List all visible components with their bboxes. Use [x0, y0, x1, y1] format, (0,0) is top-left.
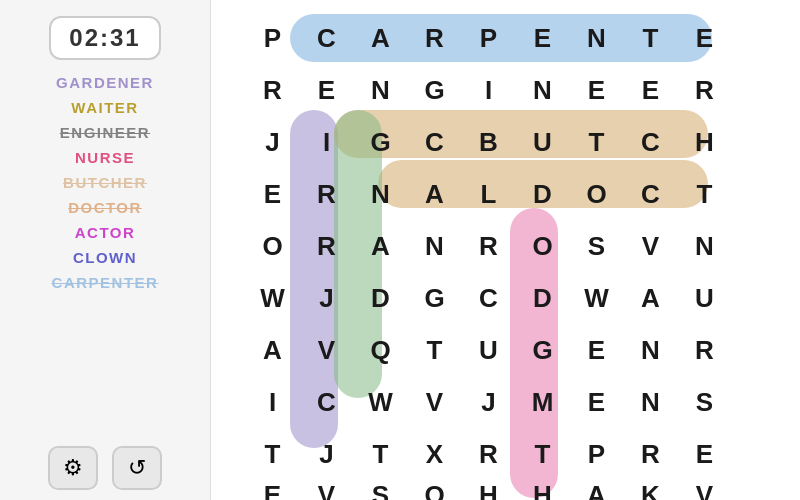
cell-7-2[interactable]: T: [246, 428, 300, 480]
cell-4-8[interactable]: G: [408, 272, 462, 324]
word-item-nurse[interactable]: NURSE: [75, 147, 135, 168]
cell-6-4[interactable]: C: [300, 376, 354, 428]
cell-5-5[interactable]: V: [300, 324, 354, 376]
cell-0-0[interactable]: P: [246, 12, 300, 64]
cell-5-6[interactable]: Q: [354, 324, 408, 376]
cell-3-4[interactable]: C: [624, 168, 678, 220]
letter-grid[interactable]: PCARPENTERENGINEERJIGCBUTCHERNALDOCTORAN…: [246, 12, 766, 488]
cell-2-2[interactable]: B: [462, 116, 516, 168]
cell-5-4[interactable]: A: [246, 324, 300, 376]
cell-8-1[interactable]: E: [246, 480, 300, 500]
cell-1-2[interactable]: G: [408, 64, 462, 116]
cell-8-8[interactable]: K: [624, 480, 678, 500]
cell-6-0[interactable]: E: [570, 324, 624, 376]
cell-4-0[interactable]: R: [462, 220, 516, 272]
cell-5-8[interactable]: U: [462, 324, 516, 376]
cell-3-6[interactable]: O: [246, 220, 300, 272]
word-item-waiter[interactable]: WAITER: [71, 97, 138, 118]
cell-0-2[interactable]: A: [354, 12, 408, 64]
cell-6-5[interactable]: W: [354, 376, 408, 428]
cell-3-7[interactable]: R: [300, 220, 354, 272]
cell-7-0[interactable]: N: [624, 376, 678, 428]
cell-0-6[interactable]: N: [570, 12, 624, 64]
cell-7-1[interactable]: S: [678, 376, 732, 428]
cell-6-8[interactable]: M: [516, 376, 570, 428]
cell-8-3[interactable]: S: [354, 480, 408, 500]
cell-3-2[interactable]: D: [516, 168, 570, 220]
word-item-engineer[interactable]: ENGINEER: [60, 122, 150, 143]
cell-6-1[interactable]: N: [624, 324, 678, 376]
word-item-butcher[interactable]: BUTCHER: [63, 172, 147, 193]
cell-1-0[interactable]: E: [300, 64, 354, 116]
word-item-doctor[interactable]: DOCTOR: [68, 197, 142, 218]
cell-7-3[interactable]: J: [300, 428, 354, 480]
cell-8-2[interactable]: V: [300, 480, 354, 500]
cell-3-1[interactable]: L: [462, 168, 516, 220]
word-item-gardener[interactable]: GARDENER: [56, 72, 154, 93]
cell-1-4[interactable]: N: [516, 64, 570, 116]
cell-2-4[interactable]: T: [570, 116, 624, 168]
cell-3-5[interactable]: T: [678, 168, 732, 220]
cell-8-0[interactable]: E: [678, 428, 732, 480]
cell-2-8[interactable]: R: [300, 168, 354, 220]
cell-8-4[interactable]: O: [408, 480, 462, 500]
cell-4-5[interactable]: W: [246, 272, 300, 324]
cell-3-8[interactable]: A: [354, 220, 408, 272]
cell-5-1[interactable]: W: [570, 272, 624, 324]
refresh-button[interactable]: ↺: [112, 446, 162, 490]
cell-2-0[interactable]: G: [354, 116, 408, 168]
cell-7-4[interactable]: T: [354, 428, 408, 480]
cell-7-7[interactable]: T: [516, 428, 570, 480]
word-item-carpenter[interactable]: CARPENTER: [52, 272, 159, 293]
cell-6-3[interactable]: I: [246, 376, 300, 428]
cell-5-9[interactable]: G: [516, 324, 570, 376]
cell-0-3[interactable]: R: [408, 12, 462, 64]
cell-0-7[interactable]: T: [624, 12, 678, 64]
cell-1-1[interactable]: N: [354, 64, 408, 116]
cell-1-5[interactable]: E: [570, 64, 624, 116]
cell-1-8[interactable]: J: [246, 116, 300, 168]
cell-4-4[interactable]: N: [678, 220, 732, 272]
cell-4-9[interactable]: C: [462, 272, 516, 324]
cell-3-0[interactable]: A: [408, 168, 462, 220]
cell-4-1[interactable]: O: [516, 220, 570, 272]
cell-4-3[interactable]: V: [624, 220, 678, 272]
cell-6-2[interactable]: R: [678, 324, 732, 376]
cell-0-5[interactable]: E: [516, 12, 570, 64]
cell-8-5[interactable]: H: [462, 480, 516, 500]
cell-5-3[interactable]: U: [678, 272, 732, 324]
cell-1-6[interactable]: E: [624, 64, 678, 116]
cell-7-8[interactable]: P: [570, 428, 624, 480]
cell-7-9[interactable]: R: [624, 428, 678, 480]
word-item-actor[interactable]: ACTOR: [75, 222, 136, 243]
cell-2-7[interactable]: E: [246, 168, 300, 220]
cell-8-7[interactable]: A: [570, 480, 624, 500]
cell-6-9[interactable]: E: [570, 376, 624, 428]
word-item-clown[interactable]: CLOWN: [73, 247, 137, 268]
cell-1-9[interactable]: I: [300, 116, 354, 168]
cell-5-2[interactable]: A: [624, 272, 678, 324]
cell-0-4[interactable]: P: [462, 12, 516, 64]
cell-1-7[interactable]: R: [678, 64, 732, 116]
cell-5-7[interactable]: T: [408, 324, 462, 376]
cell-2-9[interactable]: N: [354, 168, 408, 220]
cell-0-8[interactable]: E: [678, 12, 732, 64]
cell-2-3[interactable]: U: [516, 116, 570, 168]
cell-2-1[interactable]: C: [408, 116, 462, 168]
settings-button[interactable]: ⚙: [48, 446, 98, 490]
cell-0-1[interactable]: C: [300, 12, 354, 64]
cell-4-2[interactable]: S: [570, 220, 624, 272]
cell-7-5[interactable]: X: [408, 428, 462, 480]
cell-2-5[interactable]: C: [624, 116, 678, 168]
cell-8-6[interactable]: H: [516, 480, 570, 500]
cell-5-0[interactable]: D: [516, 272, 570, 324]
cell-8-9[interactable]: V: [678, 480, 732, 500]
cell-4-6[interactable]: J: [300, 272, 354, 324]
cell-0-9[interactable]: R: [246, 64, 300, 116]
cell-1-3[interactable]: I: [462, 64, 516, 116]
cell-7-6[interactable]: R: [462, 428, 516, 480]
cell-3-9[interactable]: N: [408, 220, 462, 272]
cell-6-6[interactable]: V: [408, 376, 462, 428]
cell-3-3[interactable]: O: [570, 168, 624, 220]
cell-4-7[interactable]: D: [354, 272, 408, 324]
